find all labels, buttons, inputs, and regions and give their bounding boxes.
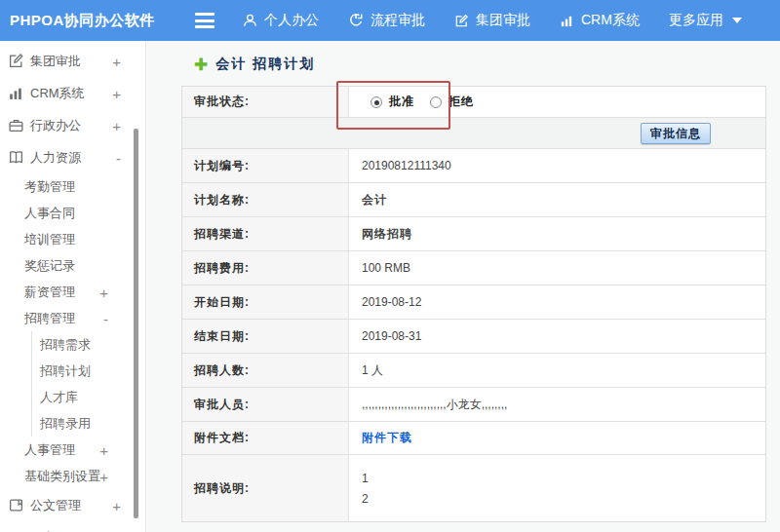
add-plus-icon: ✚ bbox=[194, 57, 208, 73]
approval-radio-group: 批准 拒绝 bbox=[370, 94, 474, 110]
caret-down-icon bbox=[732, 18, 742, 23]
sidebar: 集团审批 + CRM系统 + 行政办公 + 人力资源 - 考勤管理 人事合同 培… bbox=[0, 41, 146, 532]
bar-chart-icon bbox=[8, 85, 24, 101]
menu-process-approval[interactable]: 流程审批 bbox=[342, 0, 431, 41]
radio-option-reject[interactable]: 拒绝 bbox=[430, 94, 474, 110]
row-attachment: 附件文档: 附件下载 bbox=[182, 422, 765, 455]
sidebar-item-hr[interactable]: 人力资源 - bbox=[0, 141, 145, 173]
radio-unselected-icon[interactable] bbox=[430, 96, 442, 108]
hamburger-menu-icon[interactable] bbox=[195, 13, 214, 28]
book-icon bbox=[8, 149, 24, 166]
field-value: 附件下载 bbox=[348, 422, 765, 454]
expand-icon[interactable]: + bbox=[99, 441, 108, 458]
expand-icon[interactable]: + bbox=[112, 53, 121, 69]
edit-icon bbox=[8, 53, 24, 69]
recruitment-submenu: 招聘需求 招聘计划 人才库 招聘录用 bbox=[31, 331, 145, 437]
app-logo: PHPOA协同办公软件 bbox=[10, 0, 155, 41]
sidebar-item-talent-pool[interactable]: 人才库 bbox=[32, 384, 145, 410]
menu-group-approval[interactable]: 集团审批 bbox=[448, 0, 536, 41]
edit-icon bbox=[454, 14, 469, 28]
field-label: 招聘费用: bbox=[182, 251, 348, 285]
radio-option-approve[interactable]: 批准 bbox=[370, 94, 414, 110]
row-description: 招聘说明: 1 2 bbox=[182, 455, 765, 521]
sidebar-scrollbar[interactable] bbox=[134, 129, 138, 518]
document-icon bbox=[8, 497, 24, 513]
briefcase-icon bbox=[8, 117, 24, 133]
field-label: 招聘人数: bbox=[182, 354, 348, 387]
field-value: 2019-08-12 bbox=[348, 285, 765, 319]
field-label: 附件文档: bbox=[182, 422, 348, 454]
page-title-text: 会计 招聘计划 bbox=[215, 56, 315, 73]
field-value: 20190812111340 bbox=[348, 149, 765, 182]
radio-selected-icon[interactable] bbox=[370, 96, 382, 108]
collapse-icon[interactable]: - bbox=[116, 149, 121, 166]
field-value: 1 2 bbox=[348, 455, 765, 521]
sidebar-item-recruitment[interactable]: 招聘管理 - bbox=[0, 305, 145, 331]
main-content: ✚ 会计 招聘计划 审批状态: 批准 拒绝 bbox=[147, 41, 780, 532]
row-recruit-cost: 招聘费用: 100 RMB bbox=[182, 251, 765, 285]
field-label: 招聘渠道: bbox=[182, 217, 348, 250]
field-value: 网络招聘 bbox=[348, 217, 765, 250]
field-value: 2019-08-31 bbox=[348, 320, 765, 353]
field-value: 批准 拒绝 bbox=[348, 87, 765, 117]
process-icon bbox=[348, 13, 364, 28]
row-approval-status: 审批状态: 批准 拒绝 bbox=[182, 87, 765, 118]
collapse-icon[interactable]: - bbox=[103, 310, 108, 326]
field-value: ,,,,,,,,,,,,,,,,,,,,,,,,,,小龙女,,,,,,,, bbox=[348, 388, 765, 421]
bar-chart-icon bbox=[560, 14, 574, 28]
sidebar-item-base-category[interactable]: 基础类别设置 + bbox=[0, 463, 145, 489]
description-line: 1 bbox=[362, 473, 369, 484]
menu-more-apps[interactable]: 更多应用 bbox=[663, 0, 748, 41]
field-label: 招聘说明: bbox=[182, 455, 348, 521]
sidebar-item-group-approval[interactable]: 集团审批 + bbox=[0, 45, 145, 77]
sidebar-item-vehicle[interactable]: 用车管理 + bbox=[0, 521, 145, 532]
expand-icon[interactable]: + bbox=[112, 85, 121, 101]
sidebar-item-personnel[interactable]: 人事管理 + bbox=[0, 437, 145, 463]
attachment-download-link[interactable]: 附件下载 bbox=[362, 430, 412, 446]
row-start-date: 开始日期: 2019-08-12 bbox=[182, 285, 765, 320]
expand-icon[interactable]: + bbox=[99, 284, 108, 300]
row-approvers: 审批人员: ,,,,,,,,,,,,,,,,,,,,,,,,,,小龙女,,,,,… bbox=[182, 388, 765, 422]
approval-info-button[interactable]: 审批信息 bbox=[641, 123, 711, 144]
recruit-plan-form: 审批状态: 批准 拒绝 审批信息 计划 bbox=[181, 86, 766, 522]
row-end-date: 结束日期: 2019-08-31 bbox=[182, 320, 765, 354]
menu-personal-office[interactable]: 个人办公 bbox=[237, 0, 325, 41]
sidebar-item-rewards[interactable]: 奖惩记录 bbox=[0, 252, 145, 279]
sidebar-item-recruit-hire[interactable]: 招聘录用 bbox=[32, 410, 145, 437]
sidebar-item-attendance[interactable]: 考勤管理 bbox=[0, 173, 145, 200]
sidebar-item-admin-office[interactable]: 行政办公 + bbox=[0, 109, 145, 141]
field-label: 计划编号: bbox=[182, 149, 348, 182]
sidebar-item-recruit-demand[interactable]: 招聘需求 bbox=[32, 331, 145, 358]
field-value: 1 人 bbox=[348, 354, 765, 387]
user-icon bbox=[243, 13, 257, 28]
sidebar-item-documents[interactable]: 公文管理 + bbox=[0, 489, 145, 521]
top-menu: 个人办公 流程审批 集团审批 CRM系统 更多应用 bbox=[237, 0, 748, 41]
row-headcount: 招聘人数: 1 人 bbox=[182, 354, 765, 388]
row-recruit-channel: 招聘渠道: 网络招聘 bbox=[182, 217, 765, 251]
field-label: 审批人员: bbox=[182, 388, 348, 421]
row-plan-name: 计划名称: 会计 bbox=[182, 183, 765, 217]
row-plan-number: 计划编号: 20190812111340 bbox=[182, 149, 765, 183]
sidebar-item-salary[interactable]: 薪资管理 + bbox=[0, 279, 145, 305]
sidebar-item-crm[interactable]: CRM系统 + bbox=[0, 77, 145, 109]
field-label: 结束日期: bbox=[182, 320, 348, 353]
expand-icon[interactable]: + bbox=[112, 117, 121, 133]
expand-icon[interactable]: + bbox=[99, 468, 108, 484]
expand-icon[interactable]: + bbox=[112, 497, 121, 513]
sidebar-item-recruit-plan[interactable]: 招聘计划 bbox=[32, 358, 145, 384]
field-label: 审批状态: bbox=[182, 87, 348, 117]
page-title: ✚ 会计 招聘计划 bbox=[194, 56, 315, 73]
field-value: 会计 bbox=[348, 183, 765, 216]
field-label: 开始日期: bbox=[182, 285, 348, 319]
sidebar-item-hr-contract[interactable]: 人事合同 bbox=[0, 200, 145, 226]
sidebar-item-training[interactable]: 培训管理 bbox=[0, 226, 145, 252]
field-value: 100 RMB bbox=[348, 251, 765, 285]
menu-crm-system[interactable]: CRM系统 bbox=[554, 0, 645, 41]
row-approve-action: 审批信息 bbox=[182, 118, 765, 149]
description-line: 2 bbox=[362, 493, 369, 505]
field-label: 计划名称: bbox=[182, 183, 348, 216]
top-bar: PHPOA协同办公软件 个人办公 流程审批 集团审批 CRM系统 更多应用 bbox=[0, 0, 780, 41]
